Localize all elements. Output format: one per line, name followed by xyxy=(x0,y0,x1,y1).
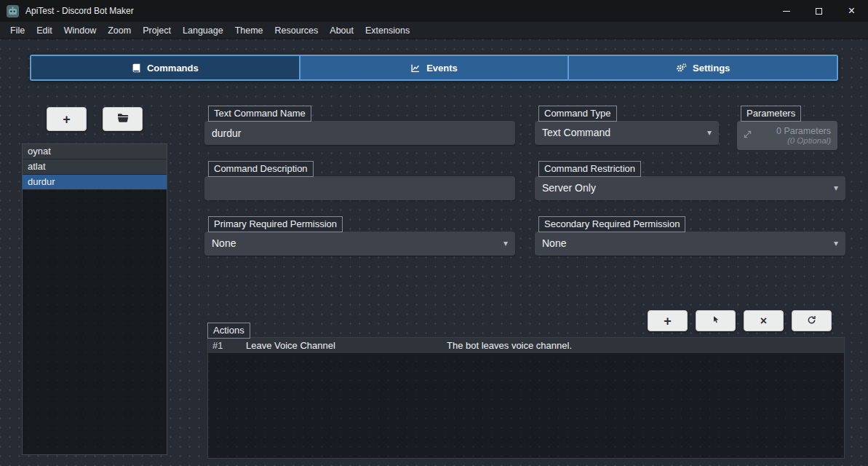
menu-resources[interactable]: Resources xyxy=(269,22,324,39)
folder-icon xyxy=(117,113,129,126)
action-description: The bot leaves voice channel. xyxy=(447,338,844,353)
app-icon xyxy=(7,5,19,17)
primary-permission-select[interactable]: None ▾ xyxy=(204,232,515,256)
command-description-group: Command Description xyxy=(204,161,515,200)
command-type-label: Command Type xyxy=(538,106,617,122)
refresh-icon xyxy=(807,315,816,328)
close-icon: × xyxy=(848,5,855,17)
plus-icon: + xyxy=(664,315,672,328)
command-type-value: Text Command xyxy=(542,127,610,138)
open-folder-button[interactable] xyxy=(103,107,143,131)
text-command-name-input[interactable] xyxy=(204,121,515,145)
actions-label: Actions xyxy=(207,323,250,339)
gears-icon xyxy=(676,63,687,73)
delete-icon: × xyxy=(760,315,767,327)
refresh-actions-button[interactable] xyxy=(792,310,832,331)
window-controls: × xyxy=(770,0,868,22)
plus-icon: + xyxy=(63,113,71,126)
menu-edit[interactable]: Edit xyxy=(31,22,58,39)
command-description-input[interactable] xyxy=(204,176,515,200)
actions-toolbar: + × xyxy=(648,310,832,331)
parameters-button[interactable]: 0 Parameters (0 Optional) xyxy=(737,121,837,150)
action-index: #1 xyxy=(208,338,246,353)
app-window: ApiTest - Discord Bot Maker × File Edit … xyxy=(0,0,868,466)
actions-list: #1 Leave Voice Channel The bot leaves vo… xyxy=(207,337,845,459)
command-list-item-durdur[interactable]: durdur xyxy=(23,175,167,190)
command-restriction-label: Command Restriction xyxy=(538,161,641,177)
cursor-icon xyxy=(712,315,720,328)
minimize-button[interactable] xyxy=(770,0,803,22)
tab-settings[interactable]: Settings xyxy=(568,56,837,79)
command-list-item-oynat[interactable]: oynat xyxy=(23,144,167,159)
menu-zoom[interactable]: Zoom xyxy=(102,22,137,39)
secondary-permission-value: None xyxy=(542,237,566,249)
command-restriction-select[interactable]: Server Only ▾ xyxy=(535,176,845,200)
tab-events[interactable]: Events xyxy=(299,56,568,79)
text-command-name-label: Text Command Name xyxy=(208,106,311,122)
window-title: ApiTest - Discord Bot Maker xyxy=(25,6,134,16)
command-restriction-group: Command Restriction Server Only ▾ xyxy=(535,161,845,200)
maximize-icon xyxy=(816,8,822,15)
tab-commands-label: Commands xyxy=(147,63,199,74)
menu-window[interactable]: Window xyxy=(58,22,102,39)
command-description-label: Command Description xyxy=(208,161,314,177)
menu-language[interactable]: Language xyxy=(177,22,229,39)
parameters-label: Parameters xyxy=(741,106,801,122)
menu-extensions[interactable]: Extensions xyxy=(359,22,415,39)
main-tab-bar: Commands Events Settings xyxy=(30,55,838,81)
sidebar-toolbar: + xyxy=(22,107,167,131)
command-restriction-value: Server Only xyxy=(542,182,596,194)
menu-project[interactable]: Project xyxy=(137,22,177,39)
chevron-down-icon: ▾ xyxy=(834,232,838,256)
command-type-select[interactable]: Text Command ▾ xyxy=(535,121,719,145)
primary-permission-value: None xyxy=(212,237,236,249)
menu-file[interactable]: File xyxy=(4,22,31,39)
chevron-down-icon: ▾ xyxy=(834,176,838,200)
maximize-button[interactable] xyxy=(803,0,835,22)
delete-action-button[interactable]: × xyxy=(744,310,784,331)
expand-icon xyxy=(743,129,752,142)
close-button[interactable]: × xyxy=(835,0,868,22)
tab-commands[interactable]: Commands xyxy=(31,56,299,79)
action-name: Leave Voice Channel xyxy=(246,338,447,353)
edit-action-button[interactable] xyxy=(696,310,736,331)
command-type-group: Command Type Text Command ▾ xyxy=(535,106,719,145)
add-command-button[interactable]: + xyxy=(47,107,87,131)
secondary-permission-group: Secondary Required Permission None ▾ xyxy=(535,216,845,256)
menu-theme[interactable]: Theme xyxy=(229,22,269,39)
parameters-summary: 0 Parameters (0 Optional) xyxy=(757,126,831,145)
add-action-button[interactable]: + xyxy=(648,310,688,331)
tab-settings-label: Settings xyxy=(693,63,730,74)
action-row[interactable]: #1 Leave Voice Channel The bot leaves vo… xyxy=(208,338,844,354)
secondary-permission-select[interactable]: None ▾ xyxy=(535,232,845,256)
chevron-down-icon: ▾ xyxy=(503,232,508,256)
chart-icon xyxy=(410,63,421,73)
primary-permission-label: Primary Required Permission xyxy=(208,216,343,232)
tab-events-label: Events xyxy=(426,63,458,74)
primary-permission-group: Primary Required Permission None ▾ xyxy=(204,216,515,256)
secondary-permission-label: Secondary Required Permission xyxy=(538,216,685,232)
menu-about[interactable]: About xyxy=(324,22,359,39)
minimize-icon xyxy=(783,11,790,12)
book-icon xyxy=(132,63,141,73)
menu-bar: File Edit Window Zoom Project Language T… xyxy=(0,22,868,39)
parameters-group: Parameters 0 Parameters (0 Optional) xyxy=(737,106,837,150)
text-command-name-group: Text Command Name xyxy=(204,106,515,145)
chevron-down-icon: ▾ xyxy=(707,121,712,145)
title-bar: ApiTest - Discord Bot Maker × xyxy=(0,0,868,22)
command-list-item-atlat[interactable]: atlat xyxy=(23,159,167,175)
parameters-count: 0 Parameters xyxy=(757,126,831,136)
parameters-optional: (0 Optional) xyxy=(757,136,831,145)
command-list: oynat atlat durdur xyxy=(22,143,167,455)
